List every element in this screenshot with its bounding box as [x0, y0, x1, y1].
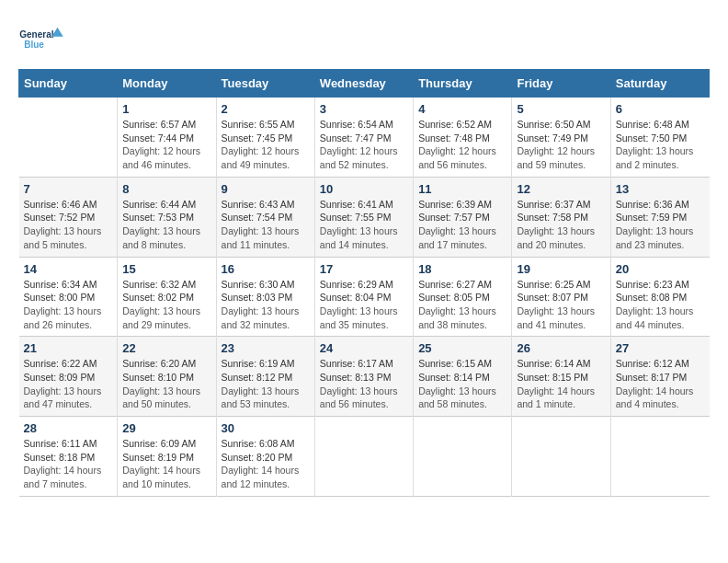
calendar-cell: 3Sunrise: 6:54 AMSunset: 7:47 PMDaylight…	[314, 98, 413, 178]
calendar-cell: 2Sunrise: 6:55 AMSunset: 7:45 PMDaylight…	[216, 98, 314, 178]
calendar-cell: 24Sunrise: 6:17 AMSunset: 8:13 PMDayligh…	[314, 337, 413, 417]
day-number: 19	[517, 262, 605, 276]
day-detail: Sunrise: 6:54 AMSunset: 7:47 PMDaylight:…	[320, 118, 408, 172]
calendar-cell: 6Sunrise: 6:48 AMSunset: 7:50 PMDaylight…	[610, 98, 709, 178]
calendar-week-row: 7Sunrise: 6:46 AMSunset: 7:52 PMDaylight…	[19, 177, 710, 257]
calendar-cell: 4Sunrise: 6:52 AMSunset: 7:48 PMDaylight…	[414, 98, 512, 178]
day-detail: Sunrise: 6:57 AMSunset: 7:44 PMDaylight:…	[122, 118, 210, 172]
calendar-cell: 28Sunrise: 6:11 AMSunset: 8:18 PMDayligh…	[19, 417, 118, 497]
calendar-cell: 21Sunrise: 6:22 AMSunset: 8:09 PMDayligh…	[19, 337, 118, 417]
day-detail: Sunrise: 6:34 AMSunset: 8:00 PMDaylight:…	[24, 278, 113, 332]
day-number: 26	[517, 341, 605, 355]
page-header: General Blue	[18, 18, 710, 60]
calendar-body: 1Sunrise: 6:57 AMSunset: 7:44 PMDaylight…	[19, 98, 710, 497]
day-number: 15	[122, 262, 210, 276]
calendar-cell: 25Sunrise: 6:15 AMSunset: 8:14 PMDayligh…	[414, 337, 512, 417]
calendar-cell: 20Sunrise: 6:23 AMSunset: 8:08 PMDayligh…	[610, 257, 709, 337]
calendar-cell: 18Sunrise: 6:27 AMSunset: 8:05 PMDayligh…	[414, 257, 512, 337]
calendar-cell	[19, 98, 118, 178]
day-number: 24	[320, 341, 408, 355]
day-detail: Sunrise: 6:15 AMSunset: 8:14 PMDaylight:…	[418, 357, 506, 411]
calendar-cell: 29Sunrise: 6:09 AMSunset: 8:19 PMDayligh…	[118, 417, 216, 497]
day-detail: Sunrise: 6:30 AMSunset: 8:03 PMDaylight:…	[222, 278, 310, 332]
calendar-cell: 5Sunrise: 6:50 AMSunset: 7:49 PMDaylight…	[512, 98, 610, 178]
day-number: 4	[418, 102, 506, 116]
day-number: 3	[320, 102, 408, 116]
day-number: 23	[222, 341, 310, 355]
day-detail: Sunrise: 6:46 AMSunset: 7:52 PMDaylight:…	[24, 198, 113, 252]
day-number: 29	[122, 421, 210, 435]
calendar-cell: 16Sunrise: 6:30 AMSunset: 8:03 PMDayligh…	[216, 257, 314, 337]
day-number: 12	[517, 182, 605, 196]
calendar-cell: 7Sunrise: 6:46 AMSunset: 7:52 PMDaylight…	[19, 177, 118, 257]
day-number: 20	[616, 262, 705, 276]
day-number: 16	[222, 262, 310, 276]
calendar-cell: 30Sunrise: 6:08 AMSunset: 8:20 PMDayligh…	[216, 417, 314, 497]
calendar-header: SundayMondayTuesdayWednesdayThursdayFrid…	[19, 70, 710, 98]
day-number: 21	[24, 341, 113, 355]
weekday-row: SundayMondayTuesdayWednesdayThursdayFrid…	[19, 70, 710, 98]
svg-text:Blue: Blue	[24, 40, 44, 50]
day-detail: Sunrise: 6:09 AMSunset: 8:19 PMDaylight:…	[122, 437, 210, 491]
day-detail: Sunrise: 6:27 AMSunset: 8:05 PMDaylight:…	[418, 278, 506, 332]
day-number: 27	[616, 341, 705, 355]
day-detail: Sunrise: 6:50 AMSunset: 7:49 PMDaylight:…	[517, 118, 605, 172]
day-number: 28	[24, 421, 113, 435]
calendar-cell: 26Sunrise: 6:14 AMSunset: 8:15 PMDayligh…	[512, 337, 610, 417]
day-number: 17	[320, 262, 408, 276]
day-number: 7	[24, 182, 113, 196]
calendar-cell: 14Sunrise: 6:34 AMSunset: 8:00 PMDayligh…	[19, 257, 118, 337]
day-number: 5	[517, 102, 605, 116]
calendar-week-row: 1Sunrise: 6:57 AMSunset: 7:44 PMDaylight…	[19, 98, 710, 178]
day-number: 25	[418, 341, 506, 355]
day-detail: Sunrise: 6:17 AMSunset: 8:13 PMDaylight:…	[320, 357, 408, 411]
calendar-cell	[610, 417, 709, 497]
day-detail: Sunrise: 6:25 AMSunset: 8:07 PMDaylight:…	[517, 278, 605, 332]
calendar-cell: 8Sunrise: 6:44 AMSunset: 7:53 PMDaylight…	[118, 177, 216, 257]
day-number: 9	[222, 182, 310, 196]
calendar-cell: 19Sunrise: 6:25 AMSunset: 8:07 PMDayligh…	[512, 257, 610, 337]
day-number: 10	[320, 182, 408, 196]
day-detail: Sunrise: 6:22 AMSunset: 8:09 PMDaylight:…	[24, 357, 113, 411]
day-number: 22	[122, 341, 210, 355]
calendar-week-row: 14Sunrise: 6:34 AMSunset: 8:00 PMDayligh…	[19, 257, 710, 337]
day-detail: Sunrise: 6:12 AMSunset: 8:17 PMDaylight:…	[616, 357, 705, 411]
calendar-cell: 1Sunrise: 6:57 AMSunset: 7:44 PMDaylight…	[118, 98, 216, 178]
calendar-cell: 23Sunrise: 6:19 AMSunset: 8:12 PMDayligh…	[216, 337, 314, 417]
logo: General Blue	[18, 18, 64, 60]
calendar-cell: 12Sunrise: 6:37 AMSunset: 7:58 PMDayligh…	[512, 177, 610, 257]
day-detail: Sunrise: 6:52 AMSunset: 7:48 PMDaylight:…	[418, 118, 506, 172]
weekday-header: Friday	[512, 70, 610, 98]
day-detail: Sunrise: 6:08 AMSunset: 8:20 PMDaylight:…	[222, 437, 310, 491]
day-number: 2	[222, 102, 310, 116]
calendar-cell: 22Sunrise: 6:20 AMSunset: 8:10 PMDayligh…	[118, 337, 216, 417]
weekday-header: Wednesday	[314, 70, 413, 98]
weekday-header: Thursday	[414, 70, 512, 98]
day-number: 6	[616, 102, 705, 116]
calendar-cell: 9Sunrise: 6:43 AMSunset: 7:54 PMDaylight…	[216, 177, 314, 257]
calendar-cell: 13Sunrise: 6:36 AMSunset: 7:59 PMDayligh…	[610, 177, 709, 257]
day-number: 8	[122, 182, 210, 196]
day-detail: Sunrise: 6:37 AMSunset: 7:58 PMDaylight:…	[517, 198, 605, 252]
calendar-cell: 15Sunrise: 6:32 AMSunset: 8:02 PMDayligh…	[118, 257, 216, 337]
day-detail: Sunrise: 6:44 AMSunset: 7:53 PMDaylight:…	[122, 198, 210, 252]
day-detail: Sunrise: 6:43 AMSunset: 7:54 PMDaylight:…	[222, 198, 310, 252]
calendar-cell	[512, 417, 610, 497]
weekday-header: Tuesday	[216, 70, 314, 98]
day-detail: Sunrise: 6:23 AMSunset: 8:08 PMDaylight:…	[616, 278, 705, 332]
calendar-cell: 27Sunrise: 6:12 AMSunset: 8:17 PMDayligh…	[610, 337, 709, 417]
svg-text:General: General	[19, 29, 53, 40]
calendar-week-row: 28Sunrise: 6:11 AMSunset: 8:18 PMDayligh…	[19, 417, 710, 497]
calendar-cell: 17Sunrise: 6:29 AMSunset: 8:04 PMDayligh…	[314, 257, 413, 337]
calendar-week-row: 21Sunrise: 6:22 AMSunset: 8:09 PMDayligh…	[19, 337, 710, 417]
day-detail: Sunrise: 6:39 AMSunset: 7:57 PMDaylight:…	[418, 198, 506, 252]
day-detail: Sunrise: 6:14 AMSunset: 8:15 PMDaylight:…	[517, 357, 605, 411]
calendar-cell: 10Sunrise: 6:41 AMSunset: 7:55 PMDayligh…	[314, 177, 413, 257]
calendar-cell: 11Sunrise: 6:39 AMSunset: 7:57 PMDayligh…	[414, 177, 512, 257]
day-detail: Sunrise: 6:19 AMSunset: 8:12 PMDaylight:…	[222, 357, 310, 411]
day-detail: Sunrise: 6:55 AMSunset: 7:45 PMDaylight:…	[222, 118, 310, 172]
day-detail: Sunrise: 6:48 AMSunset: 7:50 PMDaylight:…	[616, 118, 705, 172]
weekday-header: Saturday	[610, 70, 709, 98]
day-number: 14	[24, 262, 113, 276]
day-detail: Sunrise: 6:41 AMSunset: 7:55 PMDaylight:…	[320, 198, 408, 252]
